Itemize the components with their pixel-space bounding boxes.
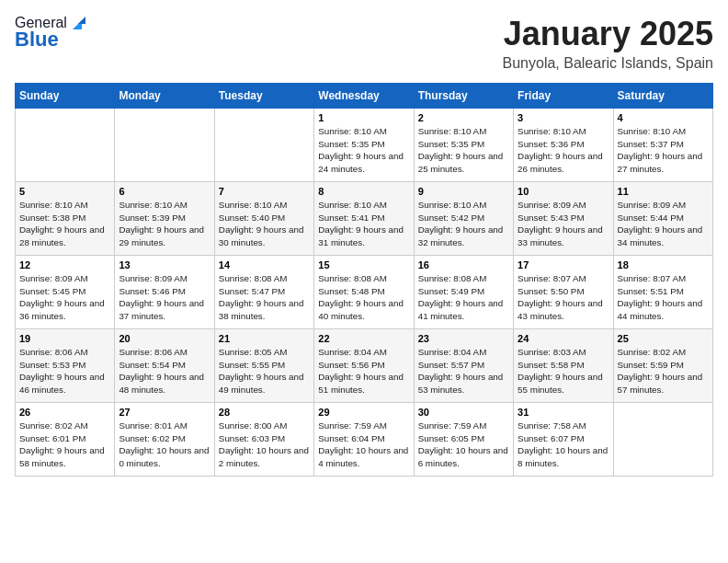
cell-info: Sunrise: 8:09 AM Sunset: 5:45 PM Dayligh… <box>19 272 110 323</box>
page-header: General Blue January 2025 Bunyola, Balea… <box>15 15 713 72</box>
svg-marker-1 <box>78 17 85 24</box>
cell-info: Sunrise: 8:10 AM Sunset: 5:36 PM Dayligh… <box>518 125 609 176</box>
calendar-cell: 30Sunrise: 7:59 AM Sunset: 6:05 PM Dayli… <box>414 403 513 477</box>
calendar-cell: 3Sunrise: 8:10 AM Sunset: 5:36 PM Daylig… <box>514 109 613 182</box>
calendar-cell: 31Sunrise: 7:58 AM Sunset: 6:07 PM Dayli… <box>514 403 613 477</box>
cell-info: Sunrise: 8:08 AM Sunset: 5:49 PM Dayligh… <box>418 272 509 323</box>
day-number: 15 <box>318 259 409 270</box>
cell-info: Sunrise: 8:05 AM Sunset: 5:55 PM Dayligh… <box>219 346 310 396</box>
calendar-cell: 5Sunrise: 8:10 AM Sunset: 5:38 PM Daylig… <box>16 182 115 256</box>
calendar-cell: 29Sunrise: 7:59 AM Sunset: 6:04 PM Dayli… <box>314 403 414 477</box>
cell-info: Sunrise: 7:58 AM Sunset: 6:07 PM Dayligh… <box>518 419 609 470</box>
col-wednesday: Wednesday <box>314 84 414 109</box>
day-number: 21 <box>219 333 310 344</box>
calendar-cell: 28Sunrise: 8:00 AM Sunset: 6:03 PM Dayli… <box>214 403 313 477</box>
cell-info: Sunrise: 8:09 AM Sunset: 5:46 PM Dayligh… <box>119 272 210 323</box>
cell-info: Sunrise: 8:08 AM Sunset: 5:48 PM Dayligh… <box>318 272 409 323</box>
cell-info: Sunrise: 8:03 AM Sunset: 5:58 PM Dayligh… <box>518 346 609 396</box>
day-number: 30 <box>418 407 509 418</box>
calendar-cell: 20Sunrise: 8:06 AM Sunset: 5:54 PM Dayli… <box>115 329 214 403</box>
day-number: 9 <box>418 186 509 197</box>
cell-info: Sunrise: 8:10 AM Sunset: 5:42 PM Dayligh… <box>418 199 509 249</box>
cell-info: Sunrise: 8:07 AM Sunset: 5:50 PM Dayligh… <box>518 272 609 323</box>
logo: General Blue <box>15 15 86 52</box>
calendar-cell: 17Sunrise: 8:07 AM Sunset: 5:50 PM Dayli… <box>514 256 613 329</box>
calendar-cell: 18Sunrise: 8:07 AM Sunset: 5:51 PM Dayli… <box>613 256 712 329</box>
cell-info: Sunrise: 8:09 AM Sunset: 5:44 PM Dayligh… <box>618 199 709 249</box>
cell-info: Sunrise: 8:07 AM Sunset: 5:51 PM Dayligh… <box>618 272 709 323</box>
day-number: 17 <box>518 259 609 270</box>
calendar-cell: 25Sunrise: 8:02 AM Sunset: 5:59 PM Dayli… <box>613 329 712 403</box>
calendar-cell: 22Sunrise: 8:04 AM Sunset: 5:56 PM Dayli… <box>314 329 414 403</box>
day-number: 23 <box>418 333 509 344</box>
col-sunday: Sunday <box>16 84 115 109</box>
day-number: 13 <box>119 259 210 270</box>
calendar-cell: 24Sunrise: 8:03 AM Sunset: 5:58 PM Dayli… <box>514 329 613 403</box>
day-number: 2 <box>418 112 509 123</box>
day-number: 16 <box>418 259 509 270</box>
cell-info: Sunrise: 8:08 AM Sunset: 5:47 PM Dayligh… <box>219 272 310 323</box>
cell-info: Sunrise: 7:59 AM Sunset: 6:05 PM Dayligh… <box>418 419 509 470</box>
day-number: 28 <box>219 407 310 418</box>
day-number: 25 <box>618 333 709 344</box>
calendar-cell: 16Sunrise: 8:08 AM Sunset: 5:49 PM Dayli… <box>414 256 513 329</box>
calendar-cell <box>214 109 313 182</box>
calendar-cell: 10Sunrise: 8:09 AM Sunset: 5:43 PM Dayli… <box>514 182 613 256</box>
cell-info: Sunrise: 8:00 AM Sunset: 6:03 PM Dayligh… <box>219 419 310 470</box>
day-number: 14 <box>219 259 310 270</box>
day-number: 22 <box>318 333 409 344</box>
calendar-cell: 13Sunrise: 8:09 AM Sunset: 5:46 PM Dayli… <box>115 256 214 329</box>
day-number: 26 <box>19 407 110 418</box>
calendar-header: Sunday Monday Tuesday Wednesday Thursday… <box>16 84 713 109</box>
calendar-cell <box>613 403 712 477</box>
header-row: Sunday Monday Tuesday Wednesday Thursday… <box>16 84 713 109</box>
col-saturday: Saturday <box>613 84 712 109</box>
cell-info: Sunrise: 8:04 AM Sunset: 5:57 PM Dayligh… <box>418 346 509 396</box>
cell-info: Sunrise: 8:06 AM Sunset: 5:54 PM Dayligh… <box>119 346 210 396</box>
calendar-cell: 9Sunrise: 8:10 AM Sunset: 5:42 PM Daylig… <box>414 182 513 256</box>
calendar-cell: 26Sunrise: 8:02 AM Sunset: 6:01 PM Dayli… <box>16 403 115 477</box>
day-number: 5 <box>19 186 110 197</box>
day-number: 10 <box>518 186 609 197</box>
calendar-body: 1Sunrise: 8:10 AM Sunset: 5:35 PM Daylig… <box>16 109 713 477</box>
day-number: 4 <box>618 112 709 123</box>
calendar-cell: 8Sunrise: 8:10 AM Sunset: 5:41 PM Daylig… <box>314 182 414 256</box>
location-title: Bunyola, Balearic Islands, Spain <box>503 55 713 72</box>
calendar-cell: 12Sunrise: 8:09 AM Sunset: 5:45 PM Dayli… <box>16 256 115 329</box>
cell-info: Sunrise: 7:59 AM Sunset: 6:04 PM Dayligh… <box>318 419 409 470</box>
day-number: 7 <box>219 186 310 197</box>
calendar-cell: 6Sunrise: 8:10 AM Sunset: 5:39 PM Daylig… <box>115 182 214 256</box>
cell-info: Sunrise: 8:10 AM Sunset: 5:38 PM Dayligh… <box>19 199 110 249</box>
cell-info: Sunrise: 8:02 AM Sunset: 5:59 PM Dayligh… <box>618 346 709 396</box>
calendar-cell: 14Sunrise: 8:08 AM Sunset: 5:47 PM Dayli… <box>214 256 313 329</box>
calendar-table: Sunday Monday Tuesday Wednesday Thursday… <box>15 83 713 477</box>
calendar-cell: 19Sunrise: 8:06 AM Sunset: 5:53 PM Dayli… <box>16 329 115 403</box>
day-number: 29 <box>318 407 409 418</box>
calendar-row: 5Sunrise: 8:10 AM Sunset: 5:38 PM Daylig… <box>16 182 713 256</box>
day-number: 8 <box>318 186 409 197</box>
calendar-cell: 7Sunrise: 8:10 AM Sunset: 5:40 PM Daylig… <box>214 182 313 256</box>
cell-info: Sunrise: 8:04 AM Sunset: 5:56 PM Dayligh… <box>318 346 409 396</box>
calendar-row: 26Sunrise: 8:02 AM Sunset: 6:01 PM Dayli… <box>16 403 713 477</box>
col-tuesday: Tuesday <box>214 84 313 109</box>
day-number: 1 <box>318 112 409 123</box>
cell-info: Sunrise: 8:10 AM Sunset: 5:39 PM Dayligh… <box>119 199 210 249</box>
calendar-cell: 15Sunrise: 8:08 AM Sunset: 5:48 PM Dayli… <box>314 256 414 329</box>
calendar-cell: 1Sunrise: 8:10 AM Sunset: 5:35 PM Daylig… <box>314 109 414 182</box>
day-number: 12 <box>19 259 110 270</box>
day-number: 6 <box>119 186 210 197</box>
calendar-row: 1Sunrise: 8:10 AM Sunset: 5:35 PM Daylig… <box>16 109 713 182</box>
cell-info: Sunrise: 8:10 AM Sunset: 5:41 PM Dayligh… <box>318 199 409 249</box>
calendar-cell: 11Sunrise: 8:09 AM Sunset: 5:44 PM Dayli… <box>613 182 712 256</box>
cell-info: Sunrise: 8:10 AM Sunset: 5:37 PM Dayligh… <box>618 125 709 176</box>
cell-info: Sunrise: 8:09 AM Sunset: 5:43 PM Dayligh… <box>518 199 609 249</box>
col-monday: Monday <box>115 84 214 109</box>
calendar-row: 19Sunrise: 8:06 AM Sunset: 5:53 PM Dayli… <box>16 329 713 403</box>
calendar-cell: 21Sunrise: 8:05 AM Sunset: 5:55 PM Dayli… <box>214 329 313 403</box>
calendar-cell <box>115 109 214 182</box>
calendar-cell <box>16 109 115 182</box>
cell-info: Sunrise: 8:02 AM Sunset: 6:01 PM Dayligh… <box>19 419 110 470</box>
day-number: 20 <box>119 333 210 344</box>
calendar-cell: 27Sunrise: 8:01 AM Sunset: 6:02 PM Dayli… <box>115 403 214 477</box>
cell-info: Sunrise: 8:06 AM Sunset: 5:53 PM Dayligh… <box>19 346 110 396</box>
